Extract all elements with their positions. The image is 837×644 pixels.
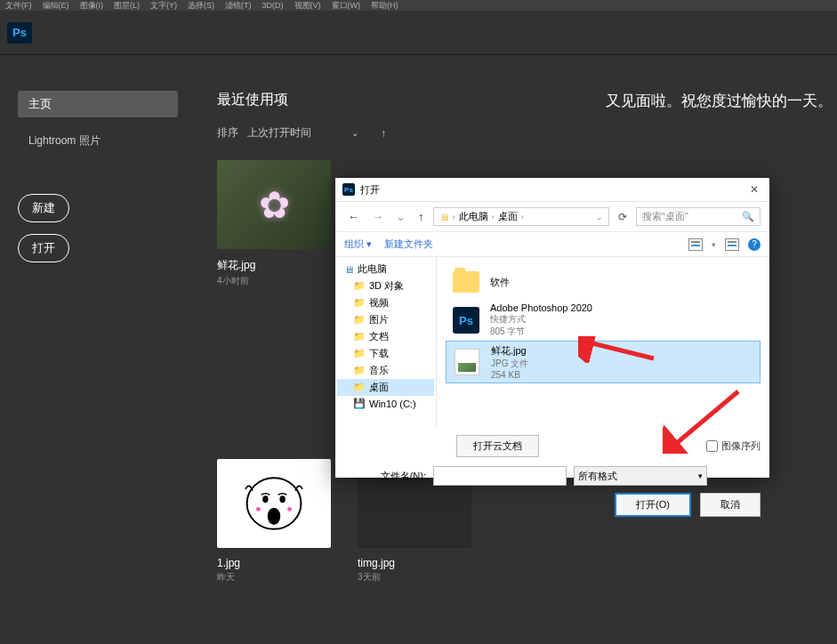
file-open-dialog: Ps 打开 ✕ ← → ⌄ ↑ 🖥 › 此电脑 › 桌面 › ⌄ ⟳ 搜索"桌面… xyxy=(335,178,769,478)
sort-dropdown[interactable]: 上次打开时间 ⌄ xyxy=(247,125,358,141)
dialog-close-button[interactable]: ✕ xyxy=(746,181,762,197)
menu-edit[interactable]: 编辑(E) xyxy=(43,0,69,12)
menu-3d[interactable]: 3D(D) xyxy=(262,1,284,10)
nav-up-button[interactable]: ↑ xyxy=(414,208,428,225)
tree-item-cdrive[interactable]: 💾Win10 (C:) xyxy=(337,396,434,411)
menu-type[interactable]: 文字(Y) xyxy=(150,0,177,12)
filename-input[interactable] xyxy=(433,466,567,486)
recent-item-time: 昨天 xyxy=(217,571,331,584)
breadcrumb[interactable]: 🖥 › 此电脑 › 桌面 › ⌄ xyxy=(433,207,610,226)
organize-dropdown[interactable]: 组织 ▾ xyxy=(344,237,372,251)
menu-view[interactable]: 视图(V) xyxy=(294,0,321,12)
chevron-right-icon: › xyxy=(453,213,455,221)
nav-back-button[interactable]: ← xyxy=(344,208,363,225)
photoshop-logo-icon[interactable]: Ps xyxy=(7,22,32,44)
recent-item[interactable]: 鲜花.jpg 4小时前 xyxy=(217,160,331,287)
chevron-right-icon: › xyxy=(521,213,524,221)
file-name: 鲜花.jpg xyxy=(491,344,528,358)
filename-label: 文件名(N): xyxy=(344,470,426,483)
svg-point-5 xyxy=(268,508,280,525)
recent-sort-row: 排序 上次打开时间 ⌄ ↑ xyxy=(217,125,819,141)
menu-filter[interactable]: 滤镜(T) xyxy=(225,0,252,12)
app-taskbar: Ps xyxy=(0,11,837,55)
recent-item-name: 鲜花.jpg xyxy=(217,258,331,273)
image-sequence-checkbox[interactable] xyxy=(706,440,718,452)
dialog-cancel-button[interactable]: 取消 xyxy=(700,493,761,517)
chevron-down-icon[interactable]: ⌄ xyxy=(596,213,603,221)
breadcrumb-segment[interactable]: 此电脑 xyxy=(459,210,488,223)
view-mode-button[interactable] xyxy=(688,238,703,251)
recent-item[interactable]: 1.jpg 昨天 xyxy=(217,459,331,584)
folder-icon: 📁 xyxy=(353,365,366,376)
menu-window[interactable]: 窗口(W) xyxy=(332,0,361,12)
dialog-bottom-panel: 打开云文档 图像序列 文件名(N): 所有格式▾ 打开(O) 取消 xyxy=(335,428,769,524)
recent-thumbnail xyxy=(217,160,331,249)
file-size: 254 KB xyxy=(491,370,528,380)
file-name: 软件 xyxy=(490,276,510,289)
svg-point-2 xyxy=(279,495,285,503)
svg-point-4 xyxy=(287,507,292,511)
photoshop-file-icon: Ps xyxy=(451,305,481,335)
nav-dropdown-button[interactable]: ⌄ xyxy=(392,208,409,225)
file-row-image[interactable]: 鲜花.jpg JPG 文件 254 KB xyxy=(446,341,761,383)
sort-label: 排序 xyxy=(217,125,238,141)
nav-forward-button[interactable]: → xyxy=(368,208,387,225)
folder-icon: 📁 xyxy=(353,348,366,359)
svg-point-1 xyxy=(262,495,268,503)
file-format-dropdown[interactable]: 所有格式▾ xyxy=(574,466,707,486)
folder-icon: 📁 xyxy=(353,280,366,292)
dialog-body: 🖥此电脑 📁3D 对象 📁视频 📁图片 📁文档 📁下载 📁音乐 📁桌面 💾Win… xyxy=(335,257,769,428)
search-placeholder: 搜索"桌面" xyxy=(642,210,688,223)
dialog-titlebar: Ps 打开 ✕ xyxy=(335,178,769,202)
breadcrumb-segment[interactable]: 桌面 xyxy=(498,210,518,223)
file-row-folder[interactable]: 软件 xyxy=(446,264,761,300)
sidebar-home-link[interactable]: 主页 xyxy=(18,91,178,117)
tree-item-pc[interactable]: 🖥此电脑 xyxy=(337,261,434,278)
tree-item-downloads[interactable]: 📁下载 xyxy=(337,345,434,362)
file-list: 软件 Ps Adobe Photoshop 2020 快捷方式 805 字节 鲜… xyxy=(437,257,769,428)
file-type: JPG 文件 xyxy=(491,358,528,370)
disk-icon: 💾 xyxy=(353,398,366,409)
tree-item-videos[interactable]: 📁视频 xyxy=(337,294,434,311)
file-name: Adobe Photoshop 2020 xyxy=(490,302,592,313)
recent-thumbnail xyxy=(217,459,331,548)
chevron-down-icon: ▾ xyxy=(698,471,703,480)
dialog-toolbar: 组织 ▾ 新建文件夹 ▾ ? xyxy=(335,232,769,257)
sidebar-lightroom-link[interactable]: Lightroom 照片 xyxy=(18,128,199,154)
file-row-shortcut[interactable]: Ps Adobe Photoshop 2020 快捷方式 805 字节 xyxy=(446,300,761,341)
open-cloud-button[interactable]: 打开云文档 xyxy=(456,435,539,457)
menu-file[interactable]: 文件(F) xyxy=(5,0,32,12)
folder-tree: 🖥此电脑 📁3D 对象 📁视频 📁图片 📁文档 📁下载 📁音乐 📁桌面 💾Win… xyxy=(335,257,437,428)
search-input[interactable]: 搜索"桌面" 🔍 xyxy=(636,207,761,226)
photoshop-mini-icon: Ps xyxy=(342,183,355,196)
help-icon[interactable]: ? xyxy=(748,238,761,251)
folder-icon: 📁 xyxy=(353,314,366,326)
menu-select[interactable]: 选择(S) xyxy=(188,0,214,12)
tree-item-3dobjects[interactable]: 📁3D 对象 xyxy=(337,278,434,294)
file-size: 805 字节 xyxy=(490,326,592,338)
search-icon: 🔍 xyxy=(742,211,754,222)
refresh-button[interactable]: ⟳ xyxy=(615,209,631,225)
folder-icon: 🖥 xyxy=(439,212,449,222)
main-menu-bar: 文件(F) 编辑(E) 图像(I) 图层(L) 文字(Y) 选择(S) 滤镜(T… xyxy=(0,0,837,11)
menu-help[interactable]: 帮助(H) xyxy=(371,0,398,12)
tree-item-pictures[interactable]: 📁图片 xyxy=(337,311,434,328)
menu-layer[interactable]: 图层(L) xyxy=(114,0,140,12)
svg-point-3 xyxy=(256,507,261,511)
pc-icon: 🖥 xyxy=(344,264,354,275)
view-chevron-icon[interactable]: ▾ xyxy=(712,240,716,249)
menu-image[interactable]: 图像(I) xyxy=(80,0,104,12)
new-folder-button[interactable]: 新建文件夹 xyxy=(384,237,433,251)
dialog-open-button[interactable]: 打开(O) xyxy=(615,493,691,517)
tree-item-documents[interactable]: 📁文档 xyxy=(337,328,434,345)
image-sequence-label: 图像序列 xyxy=(721,439,761,453)
tree-item-music[interactable]: 📁音乐 xyxy=(337,362,434,379)
open-file-button[interactable]: 打开 xyxy=(18,234,69,262)
tree-item-desktop[interactable]: 📁桌面 xyxy=(337,379,434,396)
preview-pane-button[interactable] xyxy=(725,238,739,251)
folder-icon: 📁 xyxy=(353,297,366,309)
sort-direction-icon[interactable]: ↑ xyxy=(381,127,386,140)
recent-item-name: timg.jpg xyxy=(358,557,471,569)
new-file-button[interactable]: 新建 xyxy=(18,194,69,222)
recent-item-time: 3天前 xyxy=(358,571,471,584)
